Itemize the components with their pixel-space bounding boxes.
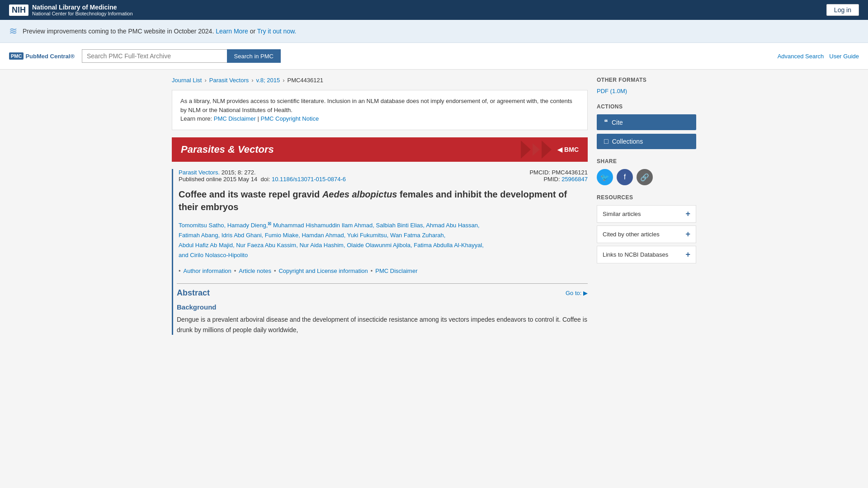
similar-articles-label: Similar articles [603, 211, 641, 217]
journal-banner: Parasites & Vectors ◀ BMC [172, 137, 588, 162]
nav-pmc-disclaimer[interactable]: PMC Disclaimer [375, 267, 417, 274]
author-wan[interactable]: Wan Fatma Zuharah [390, 232, 444, 239]
breadcrumb-journal-list[interactable]: Journal List [172, 77, 202, 84]
journal-banner-bmc: ◀ BMC [557, 146, 579, 153]
author-salbiah[interactable]: Salbiah Binti Elias [376, 222, 423, 229]
cite-icon: ❝ [604, 118, 608, 127]
author-ilam[interactable]: Muhammad Hishamuddin Ilam Ahmad [273, 222, 373, 229]
pmid-label: PMID: [543, 176, 560, 183]
journal-banner-title: Parasites & Vectors [181, 144, 274, 155]
cite-label: Cite [612, 119, 623, 126]
main-layout: Journal List › Parasit Vectors › v.8; 20… [163, 70, 705, 342]
title-start: Coffee and its waste repel gravid [179, 189, 322, 199]
facebook-share-button[interactable]: f [617, 169, 633, 185]
cited-by-label: Cited by other articles [603, 231, 660, 238]
nav-article-notes[interactable]: Article notes [239, 267, 271, 274]
actions-heading: ACTIONS [597, 103, 696, 110]
pdf-link[interactable]: PDF (1.0M) [597, 88, 696, 94]
author-satho[interactable]: Tomomitsu Satho [179, 222, 224, 229]
author-yuki[interactable]: Yuki Fukumitsu [347, 232, 387, 239]
pmcid: PMCID: PMC4436121 [529, 169, 588, 176]
breadcrumb-parasit-vectors[interactable]: Parasit Vectors [209, 77, 249, 84]
breadcrumb-sep-1: › [204, 77, 206, 84]
collections-label: Collections [612, 138, 643, 145]
advanced-search-link[interactable]: Advanced Search [778, 53, 824, 60]
notice-text: As a library, NLM provides access to sci… [180, 98, 572, 113]
sidebar: OTHER FORMATS PDF (1.0M) ACTIONS ❝ Cite … [597, 77, 696, 335]
author-fatimah[interactable]: Fatimah Abang [179, 232, 218, 239]
doi-label: doi: [260, 176, 270, 183]
banner-or: or [250, 28, 255, 35]
author-dieng[interactable]: Hamady Dieng [227, 222, 266, 229]
copy-link-button[interactable]: 🔗 [637, 169, 653, 185]
article-meta-left: Parasit Vectors. 2015; 8: 272. Published… [179, 169, 346, 183]
user-guide-link[interactable]: User Guide [829, 53, 859, 60]
ncbi-links-label: Links to NCBI Databases [603, 251, 668, 258]
article-content-wrap: Parasit Vectors. 2015; 8: 272. Published… [172, 169, 588, 335]
author-hassan[interactable]: Ahmad Abu Hassan [426, 222, 478, 229]
search-input[interactable] [82, 49, 227, 63]
search-input-wrap: Search in PMC [82, 49, 281, 63]
ncbi-links-plus-icon: + [685, 250, 690, 259]
pmc-name: PubMed Central® [25, 53, 75, 60]
abstract-header: Abstract Go to: ▶ [177, 283, 588, 298]
preview-banner: ≋ Preview improvements coming to the PMC… [0, 20, 868, 43]
actions-section: ACTIONS ❝ Cite □ Collections [597, 103, 696, 149]
nav-copyright[interactable]: Copyright and License information [278, 267, 368, 274]
triangle-3 [542, 141, 552, 159]
search-button[interactable]: Search in PMC [227, 49, 281, 63]
banner-text: Preview improvements coming to the PMC w… [23, 28, 296, 35]
nih-logo: NIH National Library of Medicine Nationa… [9, 4, 133, 16]
author-cirilo[interactable]: Cirilo Nolasco-Hipolito [190, 252, 248, 258]
site-header: NIH National Library of Medicine Nationa… [0, 0, 868, 20]
notice-separator: | [258, 115, 261, 122]
triangle-1 [521, 141, 531, 159]
author-idris[interactable]: Idris Abd Ghani [222, 232, 262, 239]
nav-author-info[interactable]: Author information [184, 267, 231, 274]
collections-button[interactable]: □ Collections [597, 134, 696, 149]
ncbi-links-item[interactable]: Links to NCBI Databases + [597, 246, 696, 263]
cite-button[interactable]: ❝ Cite [597, 114, 696, 130]
notice-learn-more: Learn more: [180, 115, 212, 122]
article-year: 2015; 8: 272. [222, 169, 256, 176]
cited-by-item[interactable]: Cited by other articles + [597, 225, 696, 243]
bmc-label: BMC [564, 146, 579, 153]
nav-bullet-1: • [179, 267, 181, 274]
resources-section: RESOURCES Similar articles + Cited by ot… [597, 194, 696, 263]
banner-main-text: Preview improvements coming to the PMC w… [23, 28, 214, 35]
breadcrumb-volume[interactable]: v.8; 2015 [256, 77, 280, 84]
author-fatima[interactable]: Fatima Abdulla Al-Khayyal [414, 242, 482, 249]
goto-link[interactable]: Go to: ▶ [566, 290, 588, 296]
article-left-bar [172, 169, 173, 335]
resources-heading: RESOURCES [597, 194, 696, 201]
breadcrumb-sep-2: › [251, 77, 253, 84]
doi-link[interactable]: 10.1186/s13071-015-0874-6 [272, 176, 346, 183]
link-icon: 🔗 [640, 173, 649, 182]
triangle-2 [533, 143, 540, 156]
similar-articles-item[interactable]: Similar articles + [597, 205, 696, 223]
pmid-link[interactable]: 25966847 [561, 176, 588, 183]
breadcrumb-sep-3: › [283, 77, 284, 84]
try-now-link[interactable]: Try it out now. [257, 28, 297, 35]
header-logo: NIH National Library of Medicine Nationa… [9, 4, 133, 16]
author-hamdan[interactable]: Hamdan Ahmad [302, 232, 344, 239]
author-nur-aida[interactable]: Nur Aida Hashim [299, 242, 344, 249]
breadcrumb: Journal List › Parasit Vectors › v.8; 20… [172, 77, 588, 84]
author-hafiz[interactable]: Abdul Hafiz Ab Majid [179, 242, 233, 249]
title-italic: Aedes albopictus [322, 189, 397, 199]
pmc-disclaimer-link[interactable]: PMC Disclaimer [214, 115, 256, 122]
author-nur-faeza[interactable]: Nur Faeza Abu Kassim [236, 242, 296, 249]
login-button[interactable]: Log in [826, 4, 859, 16]
nih-badge: NIH [9, 5, 28, 16]
cited-by-plus-icon: + [685, 230, 690, 239]
author-olaide[interactable]: Olaide Olawunmi Ajibola [347, 242, 410, 249]
twitter-share-button[interactable]: 🐦 [597, 169, 613, 185]
nih-text: National Library of Medicine National Ce… [32, 4, 133, 16]
search-links: Advanced Search User Guide [778, 53, 859, 60]
journal-link[interactable]: Parasit Vectors. [179, 169, 220, 176]
pmc-copyright-link[interactable]: PMC Copyright Notice [261, 115, 319, 122]
share-section: SHARE 🐦 f 🔗 [597, 158, 696, 185]
learn-more-link[interactable]: Learn More [216, 28, 248, 35]
nav-sep-1: • [234, 267, 236, 274]
author-fumio[interactable]: Fumio Miake [265, 232, 298, 239]
